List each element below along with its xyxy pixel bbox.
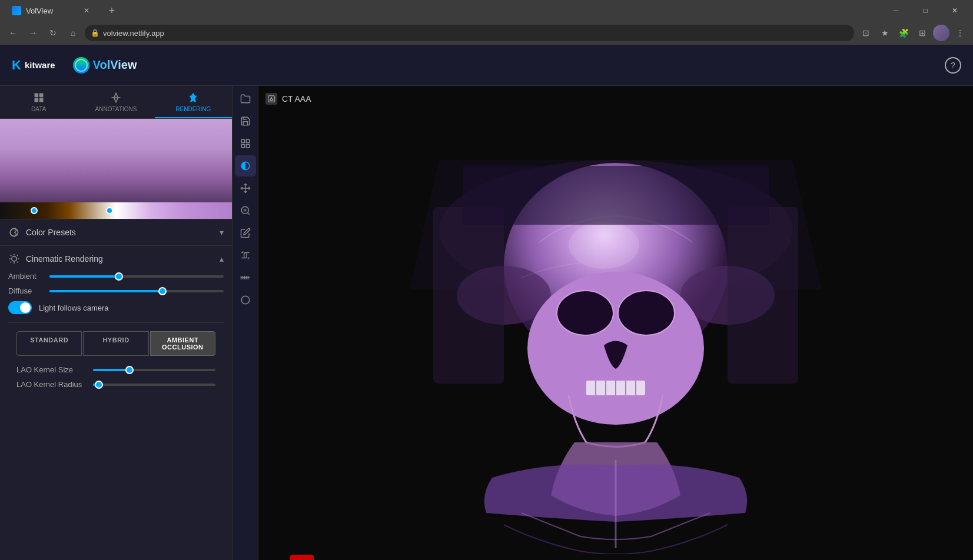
lao-kernel-size-row: LAO Kernel Size (16, 365, 215, 374)
tool-folder[interactable] (235, 88, 256, 109)
address-bar[interactable]: 🔒 volview.netlify.app (85, 25, 854, 41)
viewport-title: CT AAA (282, 94, 311, 104)
ambient-slider[interactable] (49, 275, 224, 278)
window-controls: ─ □ ✕ (882, 0, 968, 21)
svg-point-20 (241, 296, 250, 304)
lao-kernel-radius-slider[interactable] (93, 384, 215, 386)
lao-kernel-radius-thumb[interactable] (95, 381, 103, 389)
diffuse-slider[interactable] (49, 290, 224, 292)
bookmark-button[interactable]: ★ (876, 25, 893, 41)
divider (8, 322, 224, 323)
cinematic-controls: Ambient Diffuse (0, 272, 232, 404)
nav-actions: ⊡ ★ 🧩 ⊞ ⋮ (858, 25, 968, 41)
kitware-logo: K kitware (12, 58, 55, 73)
volview-sphere-icon (73, 57, 89, 74)
menu-button[interactable]: ⋮ (952, 25, 968, 41)
kitware-label: kitware (25, 60, 55, 70)
data-tab-icon (33, 92, 45, 104)
forward-button[interactable]: → (25, 25, 41, 41)
cinematic-section: Cinematic Rendering ▴ Ambient Diffuse (0, 245, 232, 404)
address-text: volview.netlify.app (103, 29, 164, 38)
home-button[interactable]: ⌂ (65, 25, 81, 41)
browser-tab[interactable]: VolView ✕ (5, 2, 99, 19)
svg-rect-6 (241, 139, 244, 142)
tab-close-button[interactable]: ✕ (81, 5, 92, 16)
cinematic-chevron: ▴ (220, 254, 224, 264)
cinematic-header[interactable]: Cinematic Rendering ▴ (0, 245, 232, 272)
svg-rect-2 (34, 98, 38, 102)
volview-logo: VolView (73, 57, 137, 74)
profile-button[interactable] (933, 25, 949, 41)
ambient-label: Ambient (8, 272, 44, 281)
app-header: K kitware VolView ? (0, 45, 973, 86)
rendering-tab-icon (187, 92, 199, 104)
browser-chrome: VolView ✕ + ─ □ ✕ ← → ↻ ⌂ 🔒 volview.netl… (0, 0, 973, 45)
preview-area (0, 119, 232, 219)
lock-icon: 🔒 (91, 29, 99, 37)
back-button[interactable]: ← (5, 25, 21, 41)
tool-move[interactable] (235, 178, 256, 199)
left-sidebar: DATA ANNOTATIONS RENDERING (0, 86, 233, 560)
svg-rect-7 (246, 139, 249, 142)
viewport-label: CT AAA (265, 93, 311, 105)
tool-grid[interactable] (235, 133, 256, 154)
diffuse-thumb[interactable] (158, 287, 167, 295)
handle-right[interactable] (106, 207, 113, 214)
svg-line-13 (247, 212, 249, 214)
annotations-tab-label: ANNOTATIONS (95, 106, 137, 112)
cinematic-title: Cinematic Rendering (26, 254, 220, 264)
svg-rect-3 (39, 98, 43, 102)
extensions-button[interactable]: 🧩 (895, 25, 912, 41)
color-presets-title: Color Presets (26, 228, 220, 237)
letter-a-button[interactable]: A (290, 555, 314, 560)
diffuse-row: Diffuse (8, 286, 224, 295)
lao-kernel-radius-label: LAO Kernel Radius (16, 380, 87, 389)
notification-button[interactable] (264, 556, 285, 560)
title-bar: VolView ✕ + ─ □ ✕ (0, 0, 973, 21)
diffuse-label: Diffuse (8, 286, 44, 295)
tabs-nav: DATA ANNOTATIONS RENDERING (0, 86, 232, 119)
svg-point-5 (12, 256, 16, 261)
new-tab-button[interactable]: + (104, 2, 120, 19)
mode-tab-standard[interactable]: STANDARD (16, 331, 82, 356)
tool-sidebar (233, 86, 258, 560)
mode-tab-ambient-occlusion[interactable]: AMBIENT OCCLUSION (150, 331, 215, 356)
diffuse-fill (49, 290, 162, 292)
tool-save[interactable] (235, 111, 256, 132)
tool-ruler[interactable] (235, 267, 256, 288)
minimize-button[interactable]: ─ (882, 0, 909, 21)
restore-button[interactable]: □ (912, 0, 939, 21)
mode-tab-hybrid[interactable]: HYBRID (83, 331, 148, 356)
tool-crop[interactable] (235, 245, 256, 266)
tab-data[interactable]: DATA (0, 86, 77, 118)
tab-annotations[interactable]: ANNOTATIONS (77, 86, 154, 118)
bottom-bar: A (258, 552, 973, 560)
cast-button[interactable]: ⊡ (858, 25, 874, 41)
handle-left[interactable] (31, 207, 38, 214)
lao-kernel-radius-row: LAO Kernel Radius (16, 380, 215, 389)
color-presets-header[interactable]: Color Presets ▾ (0, 219, 232, 245)
help-button[interactable]: ? (945, 57, 961, 74)
grid-button[interactable]: ⊞ (914, 25, 931, 41)
tab-rendering[interactable]: RENDERING (155, 86, 232, 118)
preview-gradient (0, 119, 232, 219)
refresh-button[interactable]: ↻ (45, 25, 61, 41)
lao-kernel-size-slider[interactable] (93, 369, 215, 371)
gear-button[interactable] (318, 556, 340, 560)
ambient-thumb[interactable] (115, 272, 123, 281)
tool-circle[interactable] (235, 289, 256, 311)
ambient-fill (49, 275, 119, 278)
tool-zoom[interactable] (235, 200, 256, 221)
lao-sliders: LAO Kernel Size LAO Kernel Radius (8, 365, 224, 389)
tab-favicon (12, 6, 21, 15)
svg-rect-0 (34, 94, 38, 98)
light-follows-camera-toggle[interactable] (8, 301, 32, 314)
transfer-function-bar[interactable] (0, 202, 232, 219)
mode-tabs: STANDARD HYBRID AMBIENT OCCLUSION (16, 331, 215, 356)
skull-rendering (374, 113, 857, 554)
tool-contrast[interactable] (235, 155, 256, 176)
close-button[interactable]: ✕ (941, 0, 968, 21)
lao-kernel-size-thumb[interactable] (125, 366, 134, 374)
svg-rect-39 (433, 207, 504, 384)
tool-pencil[interactable] (235, 222, 256, 244)
